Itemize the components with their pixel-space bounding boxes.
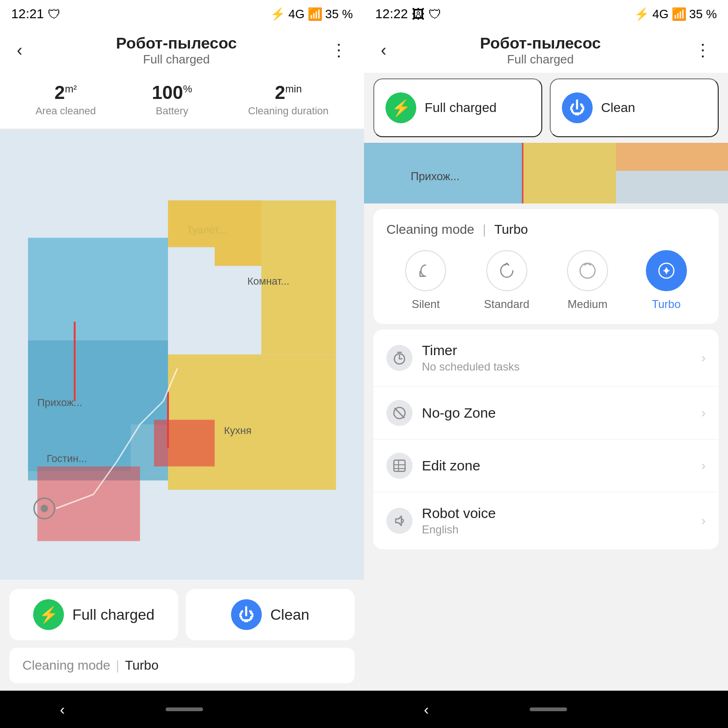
edit-zone-item[interactable]: Edit zone › <box>373 440 719 492</box>
turbo-icon <box>646 250 687 291</box>
settings-list-right: Timer No scheduled tasks › No-go Zone › <box>373 329 719 549</box>
cm-label-right: Cleaning mode <box>386 222 474 237</box>
map-area-left[interactable]: Туалет... Комнат... Гостин... Кухня Прих… <box>0 129 364 580</box>
mode-medium[interactable]: Medium <box>567 250 608 311</box>
svg-text:Комнат...: Комнат... <box>247 275 289 287</box>
timer-text: Timer No scheduled tasks <box>422 343 692 373</box>
svg-rect-29 <box>394 460 405 471</box>
stat-duration-label: Cleaning duration <box>248 105 329 117</box>
more-button-right[interactable]: ⋮ <box>691 37 715 64</box>
signal-left: ⚡ 4G <box>270 7 305 21</box>
clean-button-left[interactable]: ⏻ Clean <box>186 589 355 640</box>
svg-rect-13 <box>154 420 215 467</box>
silent-icon <box>405 250 446 291</box>
action-buttons-left: ⚡ Full charged ⏻ Clean <box>9 589 355 640</box>
mode-turbo[interactable]: Turbo <box>646 250 687 311</box>
timer-subtitle: No scheduled tasks <box>422 360 692 373</box>
nav-bar-left: ‹ <box>0 691 364 728</box>
mode-standard[interactable]: Standard <box>484 250 529 311</box>
gallery-icon-right: 🖼 <box>412 7 425 22</box>
top-bar-left: ‹ Робот-пылесос Full charged ⋮ <box>0 28 364 73</box>
top-bar-right: ‹ Робот-пылесос Full charged ⋮ <box>364 28 728 73</box>
stat-battery: 100% Battery <box>152 82 192 117</box>
mode-options-right: Silent Standard Medium <box>386 250 706 311</box>
edit-zone-text: Edit zone <box>422 458 692 474</box>
edit-zone-chevron: › <box>701 458 706 473</box>
shield-icon-left: 🛡 <box>48 7 61 22</box>
standard-icon <box>486 250 527 291</box>
nogo-text: No-go Zone <box>422 405 692 421</box>
clean-button-right[interactable]: ⏻ Clean <box>550 78 719 137</box>
svg-text:Прихож...: Прихож... <box>411 170 460 182</box>
map-strip-right[interactable]: Прихож... <box>364 143 728 203</box>
full-charged-label-right: Full charged <box>425 100 497 115</box>
turbo-label: Turbo <box>652 298 681 311</box>
robot-voice-subtitle: English <box>422 523 692 536</box>
mode-sep-left: | <box>116 658 119 673</box>
mode-val-left: Turbo <box>125 658 159 673</box>
robot-voice-title: Robot voice <box>422 505 692 521</box>
scroll-content-right: ⚡ Full charged ⏻ Clean Прихож... Cleanin… <box>364 73 728 691</box>
cm-value-right: Turbo <box>494 222 528 237</box>
svg-text:Кухня: Кухня <box>224 425 252 436</box>
right-panel: 12:22 🖼 🛡 ⚡ 4G 📶 35 % ‹ Робот-пылесос Fu… <box>364 0 728 728</box>
action-card-right: ⚡ Full charged ⏻ Clean <box>373 78 719 137</box>
full-charged-button-right[interactable]: ⚡ Full charged <box>373 78 542 137</box>
page-title-right: Робот-пылесос <box>480 34 601 52</box>
signal-right: ⚡ 4G <box>634 7 669 21</box>
robot-voice-chevron: › <box>701 513 706 528</box>
edit-zone-icon <box>386 453 413 479</box>
charged-icon-left: ⚡ <box>33 599 64 630</box>
time-left: 12:21 <box>11 7 44 21</box>
nav-back-left[interactable]: ‹ <box>41 695 84 724</box>
svg-marker-33 <box>396 516 401 525</box>
signal-bars-left: 📶 <box>308 7 322 21</box>
nav-home-pill-right <box>530 707 567 711</box>
time-right: 12:22 <box>375 7 408 21</box>
full-charged-button-left[interactable]: ⚡ Full charged <box>9 589 178 640</box>
stat-duration: 2min Cleaning duration <box>248 82 329 117</box>
shield-icon-right: 🛡 <box>428 7 441 22</box>
charged-icon-right: ⚡ <box>385 92 416 123</box>
battery-right: 35 % <box>689 7 717 21</box>
full-charged-label-left: Full charged <box>72 606 154 623</box>
stat-battery-label: Battery <box>152 105 192 117</box>
edit-zone-title: Edit zone <box>422 458 692 474</box>
power-icon-right: ⏻ <box>562 92 593 123</box>
more-button-left[interactable]: ⋮ <box>327 37 351 64</box>
title-area-left: Робот-пылесос Full charged <box>116 34 237 67</box>
nogo-zone-item[interactable]: No-go Zone › <box>373 387 719 440</box>
stat-area: 2m² Area cleaned <box>35 82 96 117</box>
svg-text:Гостин...: Гостин... <box>47 453 87 464</box>
back-button-left[interactable]: ‹ <box>13 37 26 64</box>
page-subtitle-right: Full charged <box>480 52 601 67</box>
nav-home-pill-left <box>166 707 203 711</box>
nav-bar-right: ‹ <box>364 691 728 728</box>
svg-rect-20 <box>616 143 728 171</box>
timer-icon <box>386 345 413 371</box>
mode-label-left: Cleaning mode <box>22 658 110 673</box>
bottom-section-left: ⚡ Full charged ⏻ Clean Cleaning mode | T… <box>0 580 364 691</box>
title-area-right: Робот-пылесос Full charged <box>480 34 601 67</box>
status-bar-right: 12:22 🖼 🛡 ⚡ 4G 📶 35 % <box>364 0 728 28</box>
timer-item[interactable]: Timer No scheduled tasks › <box>373 329 719 387</box>
standard-label: Standard <box>484 298 529 311</box>
nogo-chevron: › <box>701 406 706 420</box>
back-button-right[interactable]: ‹ <box>377 37 390 64</box>
page-subtitle-left: Full charged <box>116 52 237 67</box>
medium-label: Medium <box>567 298 607 311</box>
nav-back-right[interactable]: ‹ <box>405 695 448 724</box>
battery-left: 35 % <box>325 7 353 21</box>
cleaning-mode-title-right: Cleaning mode | Turbo <box>386 222 706 237</box>
page-title-left: Робот-пылесос <box>116 34 237 52</box>
mode-silent[interactable]: Silent <box>405 250 446 311</box>
clean-label-left: Clean <box>270 606 309 623</box>
robot-voice-item[interactable]: Robot voice English › <box>373 492 719 549</box>
power-icon-left: ⏻ <box>231 599 262 630</box>
cleaning-mode-card-right: Cleaning mode | Turbo Silent Standard <box>373 209 719 324</box>
signal-bars-right: 📶 <box>672 7 686 21</box>
stats-row: 2m² Area cleaned 100% Battery 2min Clean… <box>0 73 364 128</box>
timer-title: Timer <box>422 343 692 358</box>
nogo-icon <box>386 400 413 426</box>
cleaning-mode-bar-left[interactable]: Cleaning mode | Turbo <box>9 648 355 683</box>
